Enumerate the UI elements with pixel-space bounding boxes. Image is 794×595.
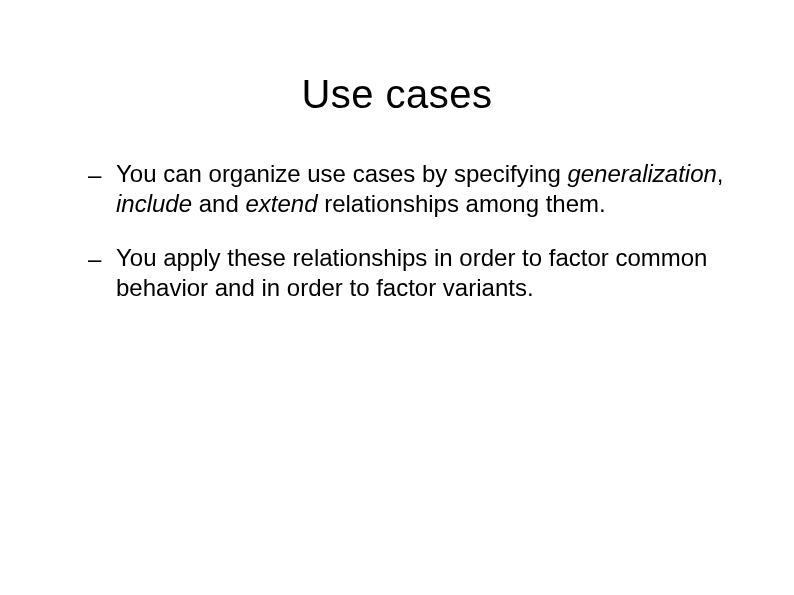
text-run: and xyxy=(192,190,245,217)
bullet-dash-icon: – xyxy=(88,243,116,274)
slide-title: Use cases xyxy=(0,72,794,117)
text-run: You can organize use cases by specifying xyxy=(116,160,567,187)
italic-term: extend xyxy=(245,190,317,217)
text-run: , xyxy=(717,160,724,187)
italic-term: include xyxy=(116,190,192,217)
italic-term: generalization xyxy=(567,160,716,187)
list-item: – You can organize use cases by specifyi… xyxy=(88,159,734,219)
content-area: – You can organize use cases by specifyi… xyxy=(0,159,794,303)
slide: Use cases – You can organize use cases b… xyxy=(0,0,794,595)
text-run: relationships among them. xyxy=(318,190,606,217)
bullet-dash-icon: – xyxy=(88,159,116,190)
list-item: – You apply these relationships in order… xyxy=(88,243,734,303)
bullet-text: You apply these relationships in order t… xyxy=(116,243,734,303)
bullet-text: You can organize use cases by specifying… xyxy=(116,159,734,219)
